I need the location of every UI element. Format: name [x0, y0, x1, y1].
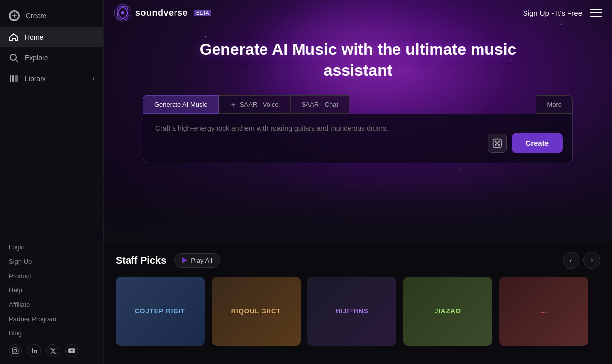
create-button[interactable]: Create [512, 133, 563, 153]
sidebar-item-blog[interactable]: Blog [0, 326, 103, 340]
hamburger-line [590, 12, 602, 13]
library-icon [9, 74, 19, 83]
play-all-label: Play All [191, 257, 212, 264]
tab-generate-ai-music[interactable]: Generate AI Music [143, 95, 219, 114]
dice-button[interactable] [488, 134, 507, 153]
album-title: HIJIFHNS [331, 304, 372, 319]
hero-overlay [104, 183, 612, 242]
nav-arrows: ‹ › [563, 252, 600, 269]
prompt-box: Create [143, 114, 573, 163]
svg-line-4 [16, 60, 18, 62]
sidebar-social [0, 340, 103, 359]
album-card[interactable]: COJTEP RIGIT [116, 277, 205, 346]
svg-point-14 [121, 11, 124, 14]
staff-picks-header: Staff Picks Play All ‹ › [116, 252, 600, 269]
search-icon [9, 53, 19, 63]
sidebar-top: Create Home Explore [0, 0, 103, 232]
sidebar-item-label: Create [26, 12, 46, 20]
tab-saar-voice[interactable]: SAAR - Voice [219, 95, 290, 114]
prompt-input[interactable] [155, 123, 482, 153]
svg-rect-8 [12, 348, 18, 354]
album-title: COJTEP RIGIT [131, 304, 189, 319]
prompt-actions: Create [488, 133, 563, 153]
sidebar-item-library[interactable]: Library › [0, 68, 103, 89]
album-card[interactable]: JIAZAO [403, 277, 492, 346]
hero-section: Generate AI Music with the ultimate musi… [104, 0, 612, 242]
sidebar-item-explore[interactable]: Explore [0, 47, 103, 68]
album-title: RIQOUL GIICT [227, 304, 285, 319]
hamburger-line [590, 9, 602, 10]
album-cards: COJTEP RIGIT RIQOUL GIICT HIJIFHNS JIAZA… [116, 277, 600, 346]
svg-point-17 [498, 141, 500, 142]
sidebar-item-product[interactable]: Product [0, 269, 103, 283]
svg-point-16 [495, 141, 497, 142]
chevron-down-icon[interactable]: › [92, 75, 94, 82]
svg-point-18 [495, 144, 497, 146]
album-card[interactable]: ... [499, 277, 588, 346]
svg-rect-6 [12, 75, 14, 82]
staff-picks-title: Staff Picks [116, 255, 166, 266]
main-content: soundverse BETA Sign Up - It's Free Gene… [104, 0, 612, 364]
svg-point-19 [498, 144, 500, 146]
svg-point-20 [497, 142, 498, 144]
plus-circle-icon [9, 10, 20, 21]
hamburger-menu[interactable] [590, 9, 602, 17]
sidebar-divider [0, 234, 103, 234]
svg-point-3 [10, 54, 16, 60]
home-icon [9, 32, 19, 42]
play-all-button[interactable]: Play All [174, 253, 220, 268]
sidebar-item-login[interactable]: Login [0, 240, 103, 254]
next-arrow[interactable]: › [583, 252, 600, 269]
prev-arrow[interactable]: ‹ [563, 252, 579, 269]
hero-title: Generate AI Music with the ultimate musi… [185, 40, 531, 81]
album-card-bg: JIAZAO [403, 277, 492, 346]
sparkle-icon [230, 101, 237, 108]
logo-icon [114, 4, 131, 22]
svg-point-9 [14, 349, 17, 352]
svg-point-10 [16, 349, 17, 350]
play-icon [182, 257, 187, 263]
twitter-icon[interactable] [46, 344, 59, 357]
tab-saar-chat[interactable]: SAAR - Chat [290, 95, 350, 114]
tab-more[interactable]: More [536, 95, 573, 114]
sidebar-item-label: Library [25, 75, 46, 82]
header-right: Sign Up - It's Free [523, 9, 602, 17]
youtube-icon[interactable] [65, 344, 78, 357]
logo-text: soundverse [135, 8, 188, 18]
sidebar-item-affiliate[interactable]: Affiliate [0, 297, 103, 312]
album-card-bg: ... [499, 277, 588, 346]
album-title: JIAZAO [431, 304, 465, 319]
sidebar-nav: Create Home Explore [0, 0, 103, 89]
svg-rect-7 [15, 75, 18, 82]
sidebar: Create Home Explore [0, 0, 104, 364]
tab-label: SAAR - Voice [240, 101, 279, 108]
album-card-bg: COJTEP RIGIT [116, 277, 205, 346]
sidebar-item-home[interactable]: Home [0, 27, 103, 47]
sidebar-item-signup[interactable]: Sign Up [0, 254, 103, 269]
sidebar-item-partner[interactable]: Partner Program [0, 312, 103, 326]
linkedin-icon[interactable] [28, 344, 41, 357]
dice-icon [492, 138, 502, 148]
instagram-icon[interactable] [9, 344, 22, 357]
header: soundverse BETA Sign Up - It's Free [104, 0, 612, 26]
sidebar-item-label: Home [25, 33, 43, 41]
beta-badge: BETA [194, 10, 211, 16]
album-card-bg: HIJIFHNS [307, 277, 396, 346]
staff-picks-section: Staff Picks Play All ‹ › COJTEP RIGIT RI… [104, 242, 612, 364]
album-card[interactable]: HIJIFHNS [307, 277, 396, 346]
svg-rect-5 [10, 75, 11, 82]
sidebar-item-create[interactable]: Create [0, 5, 103, 27]
sidebar-item-label: Explore [25, 54, 48, 62]
logo: soundverse BETA [114, 4, 211, 22]
sidebar-item-help[interactable]: Help [0, 283, 103, 297]
tabs-row: Generate AI Music SAAR - Voice SAAR - Ch… [143, 95, 573, 114]
album-title: ... [536, 304, 551, 319]
hamburger-line [590, 16, 602, 17]
album-card[interactable]: RIQOUL GIICT [212, 277, 301, 346]
album-card-bg: RIQOUL GIICT [212, 277, 301, 346]
sidebar-bottom: Login Sign Up Product Help Affiliate Par… [0, 236, 103, 364]
signup-button[interactable]: Sign Up - It's Free [523, 9, 582, 17]
